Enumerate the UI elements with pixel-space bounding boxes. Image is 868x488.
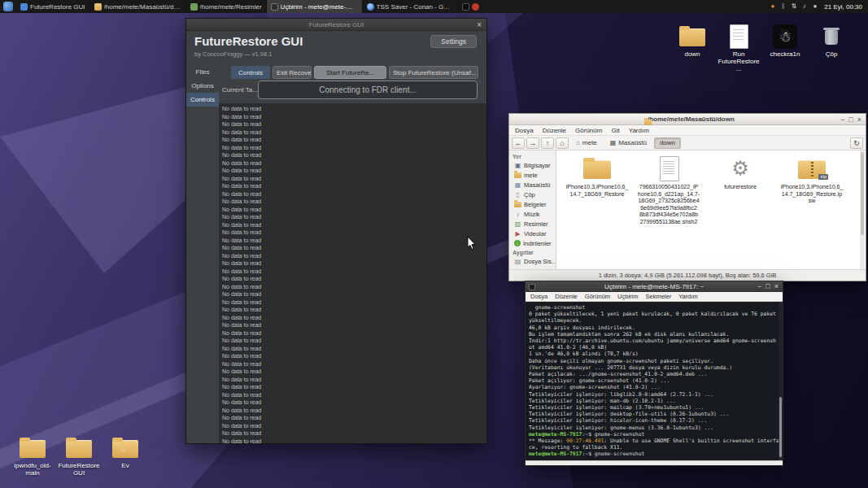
desktop-icon-checkra1n[interactable]: checkra1n xyxy=(763,24,807,72)
trash-icon: ▯ xyxy=(514,191,521,198)
bluetooth-icon[interactable]: ᛒ xyxy=(779,0,787,13)
place-label: Masaüstü xyxy=(524,181,551,189)
fm-scrollbar[interactable] xyxy=(860,150,865,269)
menu-dosya[interactable]: Dosya xyxy=(530,293,547,300)
maximize-icon[interactable]: □ xyxy=(848,115,853,124)
place-dosya-sis[interactable]: ▤Dosya Sis... xyxy=(509,256,556,266)
file-manager-title: /home/mete/Masaüstü/down xyxy=(648,115,735,123)
taskbar-item-home-mete-resimler[interactable]: /home/mete/Resimler xyxy=(186,0,267,13)
file-futurerestore[interactable]: ⚙futurerestore xyxy=(704,155,776,191)
red-app-icon[interactable] xyxy=(472,3,479,11)
terminal-window-icon xyxy=(529,284,535,290)
file-iphone10-3-iphone10-6-14-7-18g69-restore[interactable]: iPhone10,3,iPhone10,6_14.7_18G69_Restore xyxy=(561,155,633,198)
exit-recovery-button[interactable]: Exit Recove... xyxy=(273,66,312,79)
terminal-dark-icon[interactable] xyxy=(462,3,469,11)
up-button[interactable]: ↑ xyxy=(541,137,554,149)
path-button-masaustu[interactable]: ▦Masaüstü xyxy=(604,137,652,149)
menu-duzenle[interactable]: Düzenle xyxy=(555,293,578,300)
place-label: Videolar xyxy=(524,230,546,237)
terminal-line: mete@mete-MS-7917:~$ gnome-screenshot xyxy=(529,431,777,438)
desktop-icons-bottom-left: ipwndfu_old-mainFutureRestoreGUI⌂Ev xyxy=(11,436,147,477)
log-line: No data to read xyxy=(222,198,486,206)
updates-icon[interactable]: ● xyxy=(769,0,776,13)
home-button[interactable]: ⌂ xyxy=(556,137,569,149)
close-icon[interactable]: × xyxy=(857,115,861,124)
taskbar-item-futurerestore-gui[interactable]: FutureRestore GUI xyxy=(16,0,90,13)
place-mete[interactable]: mete xyxy=(509,170,556,180)
close-icon[interactable]: × xyxy=(477,19,482,31)
taskbar-item-home-mete-masaustu-down[interactable]: /home/mete/Masaüstü/down xyxy=(90,0,186,13)
desktop-icon-label: Ev xyxy=(121,462,129,469)
futurerestore-titlebar[interactable]: FutureRestore GUI × xyxy=(186,19,486,31)
desktop-icon-ev[interactable]: ⌂Ev xyxy=(103,436,147,477)
desktop-icon-ipwndfu-old-main[interactable]: ipwndfu_old-main xyxy=(11,436,55,477)
file-iphone10-3-iphone10-6-14-7-18g69-restore[interactable]: zipiPhone10,3,iPhone10,6_14.7_18G69_Rest… xyxy=(776,155,848,205)
file-manager-titlebar[interactable]: /home/mete/Masaüstü/down −□× xyxy=(509,114,866,125)
start-futurerestore-button[interactable]: Start FutureRe... xyxy=(314,66,386,79)
desktop-icon-futurerestore-gui[interactable]: FutureRestoreGUI xyxy=(57,436,101,477)
place-label: Müzik xyxy=(524,211,540,218)
back-button[interactable]: ← xyxy=(512,137,525,149)
place-indirilenler[interactable]: ↓İndirilenler xyxy=(509,238,556,248)
place-muzik[interactable]: ♪Müzik xyxy=(509,209,556,219)
menu-gorunum[interactable]: Görünüm xyxy=(575,127,602,134)
close-icon[interactable]: × xyxy=(774,282,779,290)
tab-files[interactable]: Files xyxy=(186,65,219,79)
menu-git[interactable]: Git xyxy=(611,127,619,134)
minimize-icon[interactable]: − xyxy=(840,115,844,124)
file-7966310050431022-iphone10-6-d221ap-14-7-[interactable]: 7966310050431022_iPhone10,6_d221ap_14.7-… xyxy=(633,155,704,225)
forward-button[interactable]: → xyxy=(526,137,539,149)
log-line: No data to read xyxy=(222,376,486,384)
path-button-down[interactable]: down xyxy=(654,137,681,149)
tab-options[interactable]: Options xyxy=(186,79,219,93)
place-masaustu[interactable]: ▦Masaüstü xyxy=(509,180,556,190)
taskbar-item-ucbirim-mete-mete-ms-7[interactable]: Uçbirim - mete@mete-MS-7... xyxy=(267,0,363,13)
terminal-titlebar[interactable]: Uçbirim - mete@mete-MS-7917: ~ −□× xyxy=(526,281,783,292)
desktop-icon-cop[interactable]: Çöp xyxy=(809,24,853,72)
place-bilgisayar[interactable]: ▣Bilgisayar xyxy=(509,160,556,170)
place-belgeler[interactable]: Belgeler xyxy=(509,199,556,209)
path-button-mete[interactable]: ⌂mete xyxy=(570,137,603,149)
place-resimler[interactable]: ▨Resimler xyxy=(509,219,556,229)
reload-button[interactable]: ↻ xyxy=(850,137,863,149)
terminal-output[interactable]: gnome-screenshot0 paket yükseltilecek, 1… xyxy=(526,302,779,460)
settings-button[interactable]: Settings xyxy=(430,35,477,48)
log-line: No data to read xyxy=(222,275,486,283)
terminal-line: gnome-screenshot xyxy=(529,304,777,311)
log-line: No data to read xyxy=(222,229,486,237)
taskbar-item-tss-saver-conan-google[interactable]: TSS Saver - Conan - Google ... xyxy=(363,0,459,13)
menu-sekmeler[interactable]: Sekmeler xyxy=(645,293,671,300)
notifications-icon[interactable]: ● xyxy=(811,0,818,13)
clock[interactable]: 21 Eyl, 00:30 xyxy=(822,3,865,11)
fm-statusbar: 1 dizin, 3 dosya: 4,9 GiB (5.261.112.098… xyxy=(509,269,866,281)
futurerestore-header: FutureRestore GUI by CoocooFroggy — v1.9… xyxy=(186,31,486,65)
volume-icon[interactable]: ♪ xyxy=(800,0,808,13)
menu-ucbirim[interactable]: Uçbirim xyxy=(617,293,638,300)
pane-tab-controls[interactable]: Controls xyxy=(231,66,270,79)
stop-futurerestore-button[interactable]: Stop FutureRestore (Unsaf... xyxy=(389,66,478,79)
up-icon: ↑ xyxy=(546,139,550,147)
fr-log[interactable]: No data to readNo data to readNo data to… xyxy=(219,103,486,443)
network-icon[interactable]: ⇅ xyxy=(790,0,797,13)
menu-dosya[interactable]: Dosya xyxy=(515,127,534,134)
place-label: Dosya Sis... xyxy=(524,258,556,265)
maximize-icon[interactable]: □ xyxy=(765,282,770,290)
document-icon xyxy=(644,155,693,181)
menu-duzenle[interactable]: Düzenle xyxy=(543,127,566,134)
menu-yardim[interactable]: Yardım xyxy=(629,127,649,134)
file-name: futurerestore xyxy=(724,184,757,191)
fm-window-buttons: −□× xyxy=(840,114,861,124)
menu-yardim[interactable]: Yardım xyxy=(678,293,698,300)
terminal-line: mete@mete-MS-7917:~$ gnome-screenshot xyxy=(529,451,777,457)
desktop-icon-down[interactable]: down xyxy=(670,24,714,72)
menu-gorunum[interactable]: Görünüm xyxy=(585,293,610,300)
terminal-scrollbar[interactable] xyxy=(779,302,783,460)
applications-menu-icon[interactable] xyxy=(3,2,13,11)
place-videolar[interactable]: ▶Videolar xyxy=(509,229,556,238)
minimize-icon[interactable]: − xyxy=(757,282,761,290)
place-cop[interactable]: ▯Çöp xyxy=(509,190,556,199)
place-label: Belgeler xyxy=(524,201,547,208)
tab-controls[interactable]: Controls xyxy=(186,93,219,107)
desktop-icon-run-futurerestore[interactable]: RunFutureRestore ... xyxy=(717,24,761,72)
log-line: No data to read xyxy=(222,268,486,276)
